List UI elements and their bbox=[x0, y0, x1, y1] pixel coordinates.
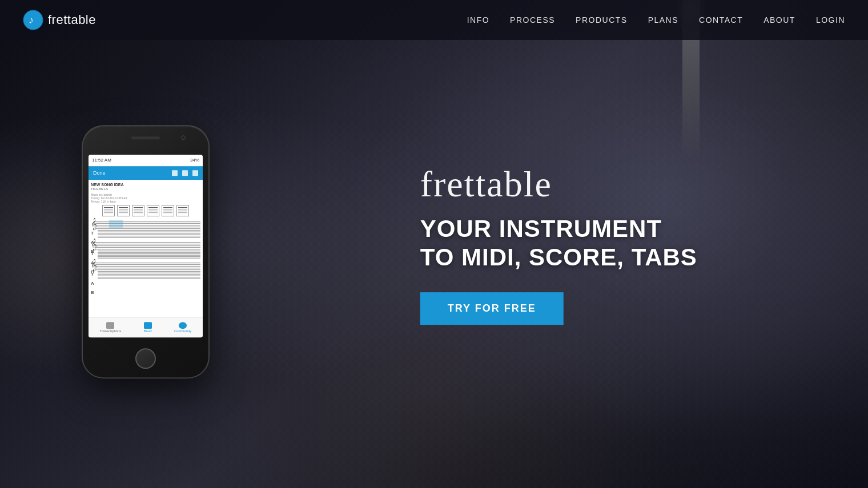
staff-section-1: 𝄞 TAB bbox=[91, 220, 200, 238]
tab-transcriptions[interactable]: Transcriptions bbox=[100, 322, 121, 333]
nav-info[interactable]: INFO bbox=[467, 15, 489, 25]
nav-about[interactable]: ABOUT bbox=[763, 15, 795, 25]
phone-nav-icons bbox=[172, 170, 198, 176]
logo-text: frettable bbox=[48, 13, 96, 27]
phone-nav-icon-2 bbox=[182, 170, 188, 176]
nav-links: INFO PROCESS PRODUCTS PLANS CONTACT ABOU… bbox=[467, 15, 845, 25]
chord-2 bbox=[117, 205, 130, 216]
phone-bottom-bar: Transcriptions Band Community bbox=[89, 317, 203, 337]
logo-link[interactable]: ♪ frettable bbox=[23, 10, 96, 30]
phone-nav-icon-3 bbox=[192, 170, 198, 176]
tab-line-3: TAB bbox=[91, 270, 200, 279]
tab-community[interactable]: Community bbox=[174, 322, 191, 333]
phone-device: 11:52 AM 34% Done NEW SONG IDEA TICEBILL… bbox=[83, 126, 208, 377]
community-icon bbox=[179, 322, 187, 329]
tab-line-1: TAB bbox=[91, 229, 200, 238]
phone-nav-bar: Done bbox=[89, 166, 203, 180]
staff-section-3: 𝄞 TAB bbox=[91, 261, 200, 279]
hero-tagline: YOUR INSTRUMENT TO MIDI, SCORE, TABS bbox=[420, 215, 697, 272]
highlighted-measure bbox=[109, 220, 123, 228]
phone-status-bar: 11:52 AM 34% bbox=[89, 155, 203, 166]
phone-battery: 34% bbox=[190, 158, 199, 163]
nav-products[interactable]: PRODUCTS bbox=[576, 15, 628, 25]
hero-tagline-line1: YOUR INSTRUMENT bbox=[420, 215, 697, 243]
nav-plans[interactable]: PLANS bbox=[648, 15, 678, 25]
music-note-icon: ♪ bbox=[23, 10, 43, 30]
hero-section: ♪ frettable INFO PROCESS PRODUCTS PLANS … bbox=[0, 0, 868, 488]
staff-line-1: 𝄞 bbox=[91, 220, 200, 228]
phone-camera bbox=[181, 135, 186, 140]
phone-screen: 11:52 AM 34% Done NEW SONG IDEA TICEBILL… bbox=[89, 155, 203, 337]
phone-speaker bbox=[131, 136, 160, 139]
tab-transcriptions-label: Transcriptions bbox=[100, 329, 121, 333]
song-meta: Music by: pianistTuning: E2-A2-D3-G3-B3-… bbox=[91, 193, 200, 203]
hero-tagline-line2: TO MIDI, SCORE, TABS bbox=[420, 243, 697, 272]
try-for-free-button[interactable]: TRY FOR FREE bbox=[420, 292, 564, 325]
staff-section-2: 𝄞 TAB bbox=[91, 240, 200, 259]
chord-diagrams bbox=[91, 205, 200, 216]
tab-band-label: Band bbox=[144, 329, 152, 333]
staff-line-3: 𝄞 bbox=[91, 261, 200, 269]
chord-5 bbox=[162, 205, 174, 216]
transcriptions-icon bbox=[106, 322, 114, 329]
phone-home-button[interactable] bbox=[135, 348, 156, 369]
chord-4 bbox=[147, 205, 159, 216]
chord-1 bbox=[102, 205, 115, 216]
svg-text:♪: ♪ bbox=[29, 14, 34, 26]
chord-3 bbox=[132, 205, 144, 216]
phone-time: 11:52 AM bbox=[92, 158, 111, 163]
tab-line-2: TAB bbox=[91, 249, 200, 259]
navbar: ♪ frettable INFO PROCESS PRODUCTS PLANS … bbox=[0, 0, 868, 40]
nav-login[interactable]: LOGIN bbox=[816, 15, 845, 25]
chord-6 bbox=[176, 205, 189, 216]
song-name: TICEBILLA bbox=[91, 187, 200, 191]
nav-contact[interactable]: CONTACT bbox=[699, 15, 743, 25]
band-icon bbox=[144, 322, 152, 329]
song-title: NEW SONG IDEA bbox=[91, 183, 200, 187]
nav-process[interactable]: PROCESS bbox=[510, 15, 555, 25]
sheet-music-content: NEW SONG IDEA TICEBILLA Music by: pianis… bbox=[89, 180, 203, 317]
phone-nav-icon-1 bbox=[172, 170, 178, 176]
phone-done-button[interactable]: Done bbox=[93, 170, 106, 176]
hero-content: frettable YOUR INSTRUMENT TO MIDI, SCORE… bbox=[420, 163, 697, 325]
tab-band[interactable]: Band bbox=[144, 322, 152, 333]
tab-community-label: Community bbox=[174, 329, 191, 333]
phone-mockup: 11:52 AM 34% Done NEW SONG IDEA TICEBILL… bbox=[83, 126, 208, 377]
staff-line-2: 𝄞 bbox=[91, 240, 200, 248]
hero-brand-name: frettable bbox=[420, 163, 697, 205]
